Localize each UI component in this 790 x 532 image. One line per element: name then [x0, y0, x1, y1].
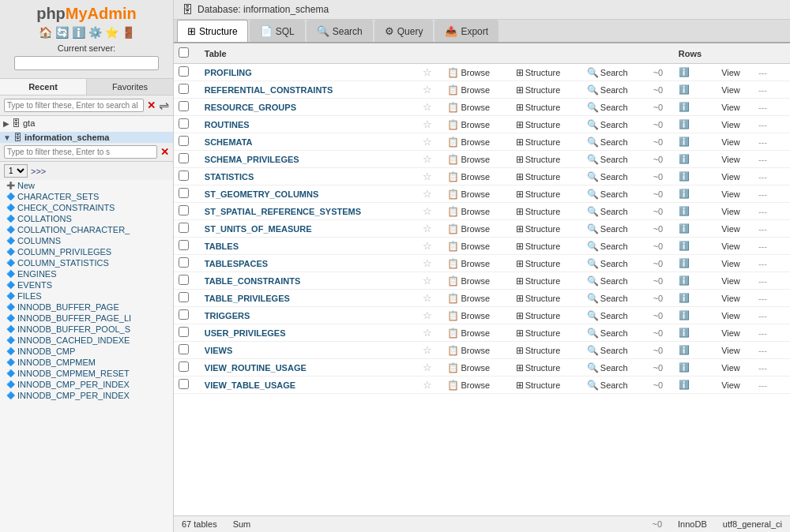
- filter-toggle-icon[interactable]: ⇌: [159, 98, 169, 113]
- table-name-link[interactable]: VIEW_TABLE_USAGE: [205, 380, 295, 390]
- table-name-link[interactable]: TABLESPACES: [205, 259, 268, 268]
- sidebar-table-item[interactable]: 🔷INNODB_CMP_PER_INDEX: [0, 390, 173, 401]
- browse-btn[interactable]: 📋 Browse: [447, 345, 490, 356]
- structure-btn[interactable]: ⊞ Structure: [516, 275, 561, 287]
- view-btn[interactable]: View: [721, 346, 740, 355]
- search-btn[interactable]: 🔍 Search: [587, 345, 628, 356]
- browse-btn[interactable]: 📋 Browse: [447, 241, 490, 252]
- search-btn[interactable]: 🔍 Search: [587, 362, 628, 373]
- row-star-icon[interactable]: ☆: [423, 205, 432, 217]
- row-star-icon[interactable]: ☆: [423, 344, 432, 356]
- browse-btn[interactable]: 📋 Browse: [447, 171, 490, 182]
- table-name-link[interactable]: VIEW_ROUTINE_USAGE: [205, 363, 307, 373]
- table-name-link[interactable]: TRIGGERS: [205, 311, 250, 320]
- structure-btn[interactable]: ⊞ Structure: [516, 119, 561, 130]
- browse-btn[interactable]: 📋 Browse: [447, 293, 490, 304]
- tab-favorites[interactable]: Favorites: [87, 79, 173, 95]
- filter-clear-icon[interactable]: ✕: [147, 99, 156, 111]
- row-checkbox[interactable]: [179, 84, 189, 94]
- view-btn[interactable]: View: [721, 363, 740, 373]
- tab-query[interactable]: ⚙Query: [374, 20, 434, 42]
- browse-btn[interactable]: 📋 Browse: [447, 119, 490, 130]
- view-icon-btn[interactable]: ℹ️: [679, 84, 690, 95]
- info-icon[interactable]: ℹ️: [72, 26, 85, 39]
- row-checkbox[interactable]: [179, 205, 189, 215]
- search-btn[interactable]: 🔍 Search: [587, 241, 628, 252]
- view-icon-btn[interactable]: ℹ️: [679, 380, 690, 390]
- sidebar-table-item[interactable]: 🔷INNODB_BUFFER_POOL_S: [0, 324, 173, 335]
- row-star-icon[interactable]: ☆: [423, 188, 432, 200]
- structure-btn[interactable]: ⊞ Structure: [516, 154, 561, 165]
- row-checkbox[interactable]: [179, 66, 189, 77]
- view-btn[interactable]: View: [721, 259, 740, 268]
- search-btn[interactable]: 🔍 Search: [587, 223, 628, 234]
- row-checkbox[interactable]: [179, 101, 189, 111]
- view-btn[interactable]: View: [721, 207, 740, 216]
- row-checkbox[interactable]: [179, 118, 189, 129]
- row-star-icon[interactable]: ☆: [423, 84, 432, 96]
- table-name-link[interactable]: ST_SPATIAL_REFERENCE_SYSTEMS: [205, 207, 361, 216]
- view-btn[interactable]: View: [721, 189, 740, 199]
- row-checkbox[interactable]: [179, 136, 189, 146]
- view-btn[interactable]: View: [721, 242, 740, 251]
- view-btn[interactable]: View: [721, 328, 740, 338]
- table-name-link[interactable]: SCHEMA_PRIVILEGES: [205, 155, 299, 164]
- new-table-item[interactable]: ➕New: [0, 180, 173, 191]
- search-btn[interactable]: 🔍 Search: [587, 119, 628, 130]
- structure-btn[interactable]: ⊞ Structure: [516, 189, 561, 200]
- structure-btn[interactable]: ⊞ Structure: [516, 345, 561, 356]
- browse-btn[interactable]: 📋 Browse: [447, 380, 490, 391]
- row-checkbox[interactable]: [179, 379, 189, 389]
- browse-btn[interactable]: 📋 Browse: [447, 137, 490, 148]
- table-name-link[interactable]: PROFILING: [205, 68, 252, 77]
- row-checkbox[interactable]: [179, 362, 189, 372]
- view-icon-btn[interactable]: ℹ️: [679, 67, 690, 77]
- browse-btn[interactable]: 📋 Browse: [447, 275, 490, 287]
- table-name-link[interactable]: ST_GEOMETRY_COLUMNS: [205, 189, 318, 199]
- tab-structure[interactable]: ⊞Structure: [177, 20, 248, 42]
- tab-recent[interactable]: Recent: [0, 79, 87, 95]
- tab-export[interactable]: 📤Export: [434, 20, 498, 42]
- view-icon-btn[interactable]: ℹ️: [679, 189, 690, 199]
- tab-sql[interactable]: 📄SQL: [250, 20, 305, 42]
- browse-btn[interactable]: 📋 Browse: [447, 154, 490, 165]
- sidebar-table-item[interactable]: 🔷INNODB_CMP_PER_INDEX: [0, 379, 173, 390]
- row-checkbox[interactable]: [179, 309, 189, 320]
- sidebar-table-item[interactable]: 🔷COLLATIONS: [0, 213, 173, 224]
- row-star-icon[interactable]: ☆: [423, 118, 432, 130]
- db-filter-clear-icon[interactable]: ✕: [160, 146, 169, 158]
- view-btn[interactable]: View: [721, 276, 740, 286]
- view-btn[interactable]: View: [721, 224, 740, 234]
- filter-input[interactable]: [4, 99, 144, 112]
- view-icon-btn[interactable]: ℹ️: [679, 206, 690, 216]
- row-star-icon[interactable]: ☆: [423, 240, 432, 252]
- structure-btn[interactable]: ⊞ Structure: [516, 171, 561, 182]
- row-star-icon[interactable]: ☆: [423, 379, 432, 391]
- row-star-icon[interactable]: ☆: [423, 275, 432, 287]
- view-icon-btn[interactable]: ℹ️: [679, 275, 690, 286]
- view-icon-btn[interactable]: ℹ️: [679, 345, 690, 355]
- table-name-link[interactable]: SCHEMATA: [205, 137, 253, 147]
- row-checkbox[interactable]: [179, 275, 189, 285]
- sidebar-table-item[interactable]: 🔷INNODB_CMP: [0, 346, 173, 357]
- row-checkbox[interactable]: [179, 153, 189, 163]
- search-btn[interactable]: 🔍 Search: [587, 275, 628, 287]
- browse-btn[interactable]: 📋 Browse: [447, 362, 490, 373]
- table-name-link[interactable]: ROUTINES: [205, 120, 250, 129]
- exit-icon[interactable]: 🚪: [122, 26, 135, 39]
- sidebar-table-item[interactable]: 🔷INNODB_CACHED_INDEXE: [0, 335, 173, 346]
- browse-btn[interactable]: 📋 Browse: [447, 102, 490, 113]
- view-btn[interactable]: View: [721, 155, 740, 164]
- structure-btn[interactable]: ⊞ Structure: [516, 293, 561, 304]
- structure-btn[interactable]: ⊞ Structure: [516, 380, 561, 391]
- row-star-icon[interactable]: ☆: [423, 101, 432, 113]
- search-btn[interactable]: 🔍 Search: [587, 84, 628, 96]
- row-star-icon[interactable]: ☆: [423, 309, 432, 321]
- structure-btn[interactable]: ⊞ Structure: [516, 223, 561, 234]
- structure-btn[interactable]: ⊞ Structure: [516, 137, 561, 148]
- row-checkbox[interactable]: [179, 223, 189, 233]
- row-checkbox[interactable]: [179, 170, 189, 181]
- row-star-icon[interactable]: ☆: [423, 153, 432, 165]
- row-star-icon[interactable]: ☆: [423, 66, 432, 78]
- row-star-icon[interactable]: ☆: [423, 170, 432, 182]
